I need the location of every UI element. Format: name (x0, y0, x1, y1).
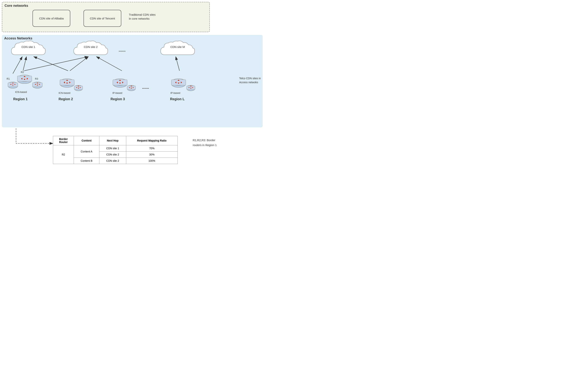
routing-table-container: BorderRouter Content Next Hop Request Ma… (53, 136, 178, 164)
r3-label: R3 (35, 77, 38, 80)
ratio-70-cell: 70% (126, 145, 178, 152)
cloud2-label: CDN site 2 (72, 45, 110, 49)
nexthop-cdn2-cell: CDN site 2 (99, 152, 126, 158)
cloud1-label: CDN site 1 (9, 45, 47, 49)
cloudM-label: CDN site M (159, 45, 196, 49)
cdn-tencent-label: CDN site of Tencent (90, 17, 115, 20)
cloud-cdnM: CDN site M (159, 40, 196, 60)
routing-table: BorderRouter Content Next Hop Request Ma… (53, 136, 178, 164)
icn-based-2-label: ICN-based (59, 92, 70, 94)
header-mapping-ratio: Request Mapping Ratio (126, 136, 178, 145)
header-border-router: BorderRouter (53, 136, 74, 145)
cloud-cdn1: CDN site 1 (9, 40, 47, 60)
icn-based-1-label: ICN-based (15, 91, 27, 94)
core-networks-box: Core networks CDN site of Alibaba CDN si… (2, 2, 210, 32)
access-networks-box: Access Networks CDN site 1 CDN site 2 ..… (2, 35, 263, 127)
region3-group: IP-based (110, 76, 136, 95)
cloud-cdn2: CDN site 2 (72, 40, 110, 60)
cdn-alibaba-box: CDN site of Alibaba (33, 10, 70, 27)
telco-cdn-label: Telco CDN sites inAccess netwoks (239, 76, 261, 84)
content-a-cell: Content A (74, 145, 99, 158)
traditional-cdn-label: Traditional CDN sitesin core networks (129, 13, 155, 20)
nexthop-cdn2b-cell: CDN site 2 (99, 158, 126, 164)
dots-region: ...... (142, 85, 149, 90)
regionL-group: IP-based (166, 76, 196, 95)
region1-label: Region 1 (13, 97, 28, 101)
core-networks-label: Core networks (4, 4, 28, 8)
router-note: R1,R2,R3: Borderrouters in Region 1 (193, 138, 217, 147)
ratio-100-cell: 100% (126, 158, 178, 164)
cdn-tencent-box: CDN site of Tencent (84, 10, 121, 27)
router-r2-cell: R2 (53, 145, 74, 164)
content-b-cell: Content B (74, 158, 99, 164)
header-content: Content (74, 136, 99, 145)
region3-label: Region 3 (110, 97, 125, 101)
region2-group: ICN-based (57, 76, 83, 95)
r2-label: R2 (21, 71, 24, 74)
region1-group: R1 R2 R3 (8, 72, 43, 95)
dots-middle: ...... (119, 48, 126, 53)
regionL-label: Region L (170, 97, 185, 101)
ratio-30-cell: 30% (126, 152, 178, 158)
nexthop-cdn1-cell: CDN site 1 (99, 145, 126, 152)
ip-based-2-label: IP-based (170, 92, 180, 94)
ip-based-1-label: IP-based (112, 92, 122, 94)
header-next-hop: Next Hop (99, 136, 126, 145)
cdn-alibaba-label: CDN site of Alibaba (39, 17, 64, 20)
region2-label: Region 2 (59, 97, 73, 101)
r1-label: R1 (7, 77, 10, 80)
